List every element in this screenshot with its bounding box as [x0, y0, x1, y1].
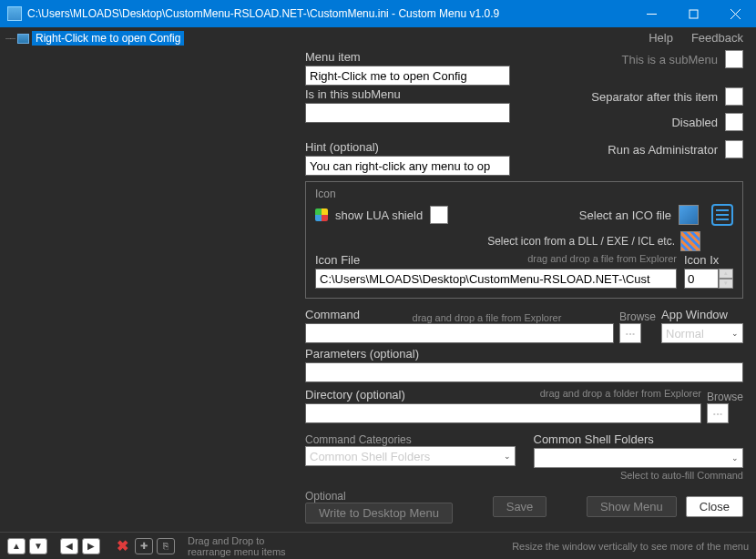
- chevron-down-icon: ⌄: [731, 329, 739, 338]
- feedback-link[interactable]: Feedback: [691, 31, 743, 45]
- menu-item-input[interactable]: [305, 66, 510, 86]
- selauto-hint: Select to auto-fill Command: [534, 470, 744, 481]
- close-window-button[interactable]: [714, 0, 756, 27]
- runadmin-label: Run as Administrator: [608, 143, 718, 157]
- shield-icon: [315, 208, 328, 221]
- dir-input[interactable]: [305, 403, 701, 423]
- cmdcat-label: Command Categories: [305, 433, 412, 446]
- iconfile-input[interactable]: [315, 269, 677, 289]
- help-link[interactable]: Help: [649, 31, 673, 45]
- disabled-label: Disabled: [671, 116, 718, 129]
- showlua-checkbox[interactable]: [430, 206, 448, 224]
- isin-input[interactable]: [305, 103, 510, 123]
- copy-button[interactable]: ⎘: [157, 538, 175, 554]
- iconfile-label: Icon File: [315, 253, 360, 267]
- move-right-button[interactable]: ▶: [82, 538, 100, 554]
- move-up-button[interactable]: ▲: [7, 538, 26, 554]
- dir-label: Directory (optional): [305, 388, 405, 401]
- select-ico-button[interactable]: [679, 205, 699, 225]
- move-left-button[interactable]: ◀: [60, 538, 78, 554]
- selico-label: Select an ICO file: [579, 208, 671, 222]
- icon-group: Icon show LUA shield Select an ICO file …: [305, 181, 743, 299]
- separator-label: Separator after this item: [591, 90, 718, 104]
- hint-label: Hint (optional): [305, 140, 510, 154]
- cmdcat-value: Common Shell Folders: [310, 450, 430, 463]
- dir-browse-button[interactable]: ...: [707, 403, 729, 423]
- disabled-checkbox[interactable]: [725, 113, 743, 131]
- hint-input[interactable]: [305, 156, 510, 176]
- chevron-down-icon: ⌄: [504, 452, 511, 461]
- menu-item-icon: [17, 34, 29, 44]
- status-bar: ▲ ▼ ◀ ▶ ✖ ✚ ⎘ Drag and Drop to rearrange…: [0, 532, 756, 559]
- svg-rect-0: [690, 10, 698, 18]
- app-icon: [7, 6, 22, 21]
- resize-hint: Resize the window vertically to see more…: [512, 541, 749, 552]
- titlebar: C:\Users\MLOADS\Desktop\CustomMenu-RSLOA…: [0, 0, 756, 27]
- delete-button[interactable]: ✖: [113, 538, 131, 554]
- browse2-label: Browse: [707, 391, 743, 403]
- iconix-input[interactable]: [684, 269, 719, 289]
- form-panel: Help Feedback Menu item This is a subMen…: [305, 27, 756, 532]
- submenu-label: This is a subMenu: [622, 53, 719, 66]
- isin-label: Is in this subMenu: [305, 87, 510, 101]
- dragfile-hint: drag and drop a file from Explorer: [527, 253, 677, 269]
- minimize-button[interactable]: [630, 0, 672, 27]
- appwin-label: App Window: [661, 308, 743, 321]
- runadmin-checkbox[interactable]: [725, 140, 743, 158]
- submenu-checkbox[interactable]: [725, 50, 743, 68]
- maximize-button[interactable]: [672, 0, 714, 27]
- params-input[interactable]: [305, 362, 743, 382]
- iconix-up[interactable]: ▴: [719, 269, 733, 279]
- add-button[interactable]: ✚: [135, 538, 153, 554]
- close-button[interactable]: Close: [686, 496, 743, 517]
- drag-hint: Drag and Drop to rearrange menu items: [188, 535, 286, 557]
- move-down-button[interactable]: ▼: [29, 538, 47, 554]
- iconix-label: Icon Ix: [684, 253, 733, 267]
- optional-label: Optional: [305, 490, 453, 503]
- command-browse-button[interactable]: ...: [619, 323, 641, 343]
- icon-header: Icon: [315, 188, 733, 200]
- cmdcat-select[interactable]: Common Shell Folders ⌄: [305, 446, 516, 466]
- tree-panel: ┄┄ Right-Click me to open Config: [0, 27, 305, 532]
- browse-label: Browse: [619, 310, 656, 323]
- separator-checkbox[interactable]: [725, 87, 743, 106]
- command-input[interactable]: [305, 323, 614, 343]
- appwin-select[interactable]: Normal ⌄: [661, 323, 743, 343]
- showlua-label: show LUA shield: [335, 208, 423, 222]
- appwin-value: Normal: [666, 327, 704, 340]
- params-label: Parameters (optional): [305, 347, 743, 361]
- save-button[interactable]: Save: [493, 496, 547, 517]
- tree-item-label: Right-Click me to open Config: [32, 31, 184, 46]
- dragfile-hint2: drag and drop a file from Explorer: [413, 312, 562, 323]
- command-label: Command: [305, 308, 360, 321]
- csf-label: Common Shell Folders: [534, 432, 744, 446]
- tree-connector: ┄┄: [5, 34, 15, 44]
- show-menu-button[interactable]: Show Menu: [587, 496, 677, 517]
- dragfolder-hint: drag and drop a folder from Explorer: [540, 388, 701, 403]
- chevron-down-icon: ⌄: [731, 453, 739, 462]
- select-dll-button[interactable]: [680, 231, 700, 251]
- write-desktop-button[interactable]: Write to Desktop Menu: [305, 503, 453, 523]
- menu-item-label: Menu item: [305, 50, 510, 64]
- seldll-label: Select icon from a DLL / EXE / ICL etc.: [487, 235, 675, 248]
- tree-item[interactable]: ┄┄ Right-Click me to open Config: [5, 31, 305, 46]
- iconix-down[interactable]: ▾: [719, 279, 733, 289]
- menu-icon-button[interactable]: [711, 204, 733, 226]
- csf-select[interactable]: ⌄: [534, 448, 744, 468]
- window-title: C:\Users\MLOADS\Desktop\CustomMenu-RSLOA…: [27, 7, 630, 20]
